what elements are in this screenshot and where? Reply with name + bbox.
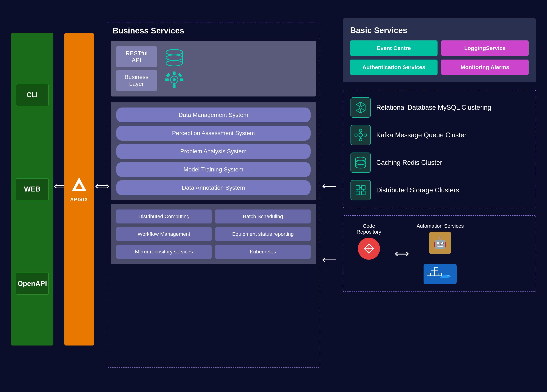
automation-label: Automation Services	[417, 223, 464, 229]
svg-point-2	[166, 49, 183, 55]
business-services-box: Business Services RESTful API Business L…	[107, 22, 320, 368]
api-layer: RESTful API Business Layer	[111, 41, 316, 96]
svg-point-26	[355, 134, 357, 136]
apisix-logo: APISIX	[70, 176, 88, 202]
git-icon	[358, 238, 380, 260]
svg-point-32	[356, 157, 366, 161]
restful-api-btn[interactable]: RESTful API	[116, 46, 157, 67]
cicd-arrow: ⟺	[395, 248, 409, 259]
cicd-section: Code Repository ⟺ Automation Services 🤖	[343, 215, 536, 292]
svg-rect-53	[435, 268, 438, 270]
svg-rect-14	[178, 73, 182, 77]
left-panel: CLI WEB OpenAPI	[11, 33, 53, 345]
svg-rect-13	[166, 73, 170, 77]
svg-rect-10	[173, 84, 176, 88]
git-svg-icon	[362, 242, 375, 255]
svg-rect-38	[362, 186, 365, 189]
api-stack: RESTful API Business Layer	[116, 46, 157, 91]
kafka-icon	[350, 125, 371, 145]
cli-button[interactable]: CLI	[16, 84, 49, 106]
api-icons	[164, 48, 184, 89]
data-annotation-btn[interactable]: Data Annotation System	[116, 180, 311, 195]
svg-rect-39	[356, 191, 360, 195]
storage-text: Distributed Storage Clusters	[376, 186, 459, 195]
logging-service-btn[interactable]: LoggingService	[441, 40, 529, 56]
svg-line-18	[362, 105, 365, 106]
svg-line-22	[356, 105, 360, 106]
perception-assessment-btn[interactable]: Perception Assessment System	[116, 126, 311, 141]
web-button[interactable]: WEB	[16, 178, 49, 200]
hexagon-icon	[354, 101, 367, 114]
workflow-management-btn[interactable]: Workflow Management	[116, 227, 212, 241]
redis-icon	[350, 153, 371, 173]
redis-svg-icon	[354, 156, 367, 169]
db-mysql-item: Relational Database MySQL Clustering	[350, 97, 528, 118]
services-area: Data Management System Perception Assess…	[111, 102, 316, 200]
arrow-business-to-db: ⟵	[322, 254, 336, 265]
svg-point-24	[359, 129, 362, 132]
db-kafka-item: Kafka Message Queue Cluster	[350, 125, 528, 145]
svg-point-34	[356, 165, 366, 168]
svg-line-21	[356, 109, 360, 110]
svg-rect-9	[173, 72, 176, 75]
db-redis-item: Caching Redis Cluster	[350, 153, 528, 173]
mirror-repository-btn[interactable]: Mirror repository services	[116, 245, 212, 259]
svg-rect-37	[356, 186, 360, 189]
event-centre-btn[interactable]: Event Centre	[350, 40, 438, 56]
apisix-bar: APISIX	[64, 33, 94, 345]
monitoring-alarms-btn[interactable]: Monitoring Alarms	[441, 60, 529, 75]
svg-line-19	[362, 109, 365, 110]
svg-point-25	[359, 138, 362, 141]
right-column: Basic Services Event Centre LoggingServi…	[343, 18, 536, 292]
authentication-services-btn[interactable]: Authentication Services	[350, 60, 438, 75]
svg-point-33	[356, 161, 366, 165]
business-services-title: Business Services	[113, 26, 316, 35]
db-storage-item: Distributed Storage Clusters	[350, 180, 528, 200]
automation-icon: 🤖	[429, 232, 451, 254]
svg-point-23	[359, 133, 362, 137]
svg-rect-47	[427, 273, 431, 276]
database-section: Relational Database MySQL Clustering	[343, 90, 536, 208]
distributed-computing-btn[interactable]: Distributed Computing	[116, 210, 212, 224]
code-repository-area: Code Repository	[350, 223, 387, 260]
svg-rect-51	[435, 270, 438, 273]
main-container: CLI WEB OpenAPI ⟺ APISIX ⟺ Business Serv…	[0, 0, 547, 392]
mysql-text: Relational Database MySQL Clustering	[376, 103, 491, 112]
svg-rect-40	[362, 191, 365, 195]
svg-point-54	[447, 275, 449, 276]
problem-analysis-btn[interactable]: Problem Analysis System	[116, 144, 311, 159]
equipment-status-btn[interactable]: Equipment status reporting	[215, 227, 311, 241]
svg-point-16	[359, 106, 362, 109]
svg-rect-11	[165, 79, 169, 81]
mysql-icon	[350, 97, 371, 118]
svg-rect-50	[431, 270, 434, 273]
kafka-svg-icon	[354, 129, 367, 141]
data-management-btn[interactable]: Data Management System	[116, 107, 311, 122]
svg-rect-48	[431, 273, 434, 276]
model-training-btn[interactable]: Model Training System	[116, 162, 311, 177]
storage-svg-icon	[354, 184, 367, 197]
docker-svg-icon	[426, 267, 454, 281]
svg-point-27	[364, 134, 367, 136]
automation-services-area: Automation Services 🤖	[417, 223, 464, 284]
code-repo-label: Code Repository	[350, 223, 387, 235]
stack-icon	[164, 48, 184, 67]
storage-icon	[350, 180, 371, 200]
kafka-text: Kafka Message Queue Cluster	[376, 131, 466, 140]
basic-services-box: Basic Services Event Centre LoggingServi…	[343, 18, 536, 82]
gear-icon	[164, 71, 184, 89]
bottom-grid: Distributed Computing Batch Scheduling W…	[111, 204, 316, 264]
svg-rect-49	[435, 273, 438, 276]
docker-icon	[424, 264, 457, 284]
basic-services-title: Basic Services	[350, 26, 529, 35]
apisix-triangle-icon	[71, 176, 87, 195]
svg-rect-52	[438, 273, 442, 276]
apisix-label: APISIX	[70, 197, 88, 202]
batch-scheduling-btn[interactable]: Batch Scheduling	[215, 210, 311, 224]
basic-services-grid: Event Centre LoggingService Authenticati…	[350, 40, 529, 75]
arrow-business-to-right: ⟵	[322, 180, 336, 192]
openapi-button[interactable]: OpenAPI	[16, 272, 49, 295]
kubernetes-btn[interactable]: Kubernetes	[215, 245, 311, 259]
business-layer-btn[interactable]: Business Layer	[116, 70, 157, 91]
svg-point-3	[166, 55, 183, 60]
